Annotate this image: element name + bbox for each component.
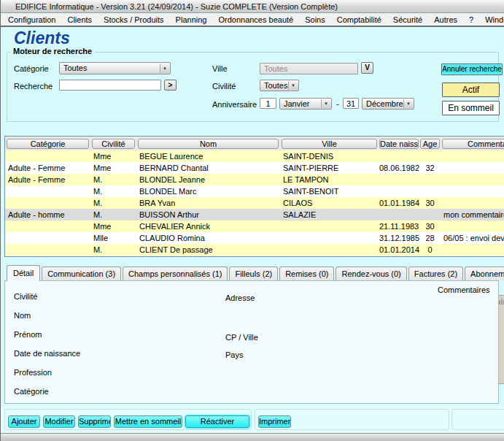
tab-rendez-vous[interactable]: Rendez-vous (0) [336,266,406,280]
cell-nom: CLIENT De passage [136,244,280,256]
table-row-selected[interactable]: Adulte - homme M. BUISSON Arthur SALAZIE… [5,209,504,220]
cell-ville: SALAZIE [280,209,379,220]
cell-commentaire [441,197,504,209]
table-row[interactable]: Mme CHEVALIER Annick 21.11.1983 30 [5,220,504,232]
cell-date-naiss: 08.06.1982 [379,162,419,174]
ville-input: Toutes [260,63,358,74]
ville-label: Ville [212,64,228,73]
cell-age: 32 [419,162,441,174]
tab-factures[interactable]: Factures (2) [408,266,463,280]
anniversaire-month-from-select[interactable]: Janvier ▼ [279,98,332,110]
imprimer-button[interactable]: Imprimer [258,415,291,428]
cell-civilite: M. [90,244,136,256]
table-row[interactable]: Mme BEGUE Laurence SAINT-DENIS [5,150,504,162]
en-sommeil-button[interactable]: En sommeil [442,101,500,115]
menu-securite[interactable]: Sécurité [387,15,428,25]
menu-separator [1,26,504,27]
actif-button[interactable]: Actif [442,83,500,97]
tab-detail[interactable]: Détail [7,265,40,281]
menu-planning[interactable]: Planning [170,15,213,25]
cell-categorie [5,197,90,209]
month-to-selected-value: Décembre [366,99,403,108]
anniversaire-month-to-select[interactable]: Décembre ▼ [362,98,414,110]
detail-naissance-label: Date de naissance [14,349,80,358]
month-from-selected-value: Janvier [284,99,309,108]
annuler-recherche-button[interactable]: Annuler recherche [441,64,503,75]
cell-categorie: Adulte - homme [5,209,90,220]
cell-commentaire: mon commentaire. [441,209,504,220]
cell-civilite: M. [90,174,136,185]
categorie-select[interactable]: Toutes ▼ [59,62,171,74]
column-header-categorie[interactable]: Catégorie [7,139,89,149]
cell-nom: BERNARD Chantal [136,162,280,174]
menu-ordonnances-beaute[interactable]: Ordonnances beauté [212,15,299,25]
cell-ville [280,220,379,232]
column-header-date-naiss[interactable]: Date naiss. [379,139,419,149]
column-header-civilite[interactable]: Civilité [92,139,135,149]
table-row[interactable]: M. CLIENT De passage 01.01.2014 0 [5,244,504,256]
civilite-selected-value: Toutes [264,81,287,90]
column-header-nom[interactable]: Nom [138,139,279,149]
supprimer-button[interactable]: Supprimer [78,415,111,428]
cell-age [419,209,441,220]
table-row[interactable]: Adulte - Femme M. BLONDEL Jeanne LE TAMP… [5,174,504,185]
civilite-label: Civilité [212,82,236,91]
table-row[interactable]: Mlle CLAUDIO Romina 31.12.1985 28 06/05 … [5,232,504,244]
column-header-age[interactable]: Age [420,139,440,149]
detail-categorie-label: Catégorie [14,387,49,396]
recherche-input[interactable] [59,80,161,91]
cell-categorie [5,232,90,244]
cell-ville: SAINT-DENIS [280,150,379,162]
menu-configuration[interactable]: Configuration [2,15,61,25]
table-row[interactable]: M. BRA Yvan CILAOS 01.01.1984 30 [5,197,504,209]
recherche-go-button[interactable]: > [164,80,177,91]
cell-nom: BLONDEL Marc [136,185,280,197]
table-row[interactable]: M. BLONDEL Marc SAINT-BENOIT [5,185,504,197]
cell-categorie [5,220,90,232]
column-header-ville[interactable]: Ville [282,139,377,149]
cell-categorie [5,244,90,256]
ajouter-button[interactable]: Ajouter [8,415,40,428]
tab-remises[interactable]: Remises (0) [279,266,334,280]
commentaires-label: Commentaires [438,285,490,294]
table-row[interactable]: Adulte - Femme Mme BERNARD Chantal SAINT… [5,162,504,174]
anniversaire-day-to-input[interactable] [343,98,359,109]
tab-communication[interactable]: Communication (3) [42,266,121,280]
chevron-down-icon: ▼ [288,81,298,90]
cell-commentaire [441,220,504,232]
window-title: EDIFICE Informatique - Version 3.21 (24/… [15,2,338,11]
tab-filleuls[interactable]: Filleuls (2) [229,266,278,280]
menu-stocks-produits[interactable]: Stocks / Produits [98,15,170,25]
reactiver-button[interactable]: Réactiver [185,415,249,428]
chevron-down-icon: ▼ [403,99,413,108]
menu-autres[interactable]: Autres [428,15,463,25]
application-window: EDIFICE Informatique - Version 3.21 (24/… [0,0,504,441]
cell-ville [280,244,379,256]
cell-age [419,185,441,197]
chevron-down-icon: ▼ [160,64,169,73]
anniversaire-day-from-input[interactable] [260,98,276,109]
detail-adresse-label: Adresse [225,294,255,302]
menu-bar: Configuration Clients Stocks / Produits … [1,14,504,26]
cell-nom: BEGUE Laurence [136,150,280,162]
cell-categorie [5,150,90,162]
ville-picker-button[interactable]: V [361,62,373,74]
menu-window[interactable]: Window [479,15,504,25]
modifier-button[interactable]: Modifier [43,415,75,428]
menu-clients[interactable]: Clients [61,15,98,25]
mettre-en-sommeil-button[interactable]: Mettre en sommeil [114,415,182,428]
cell-date-naiss [379,150,419,162]
cell-ville: CILAOS [280,197,379,209]
detail-civilite-label: Civilité [14,292,37,301]
menu-soins[interactable]: Soins [299,15,331,25]
cell-age: 30 [419,220,441,232]
cell-civilite: M. [90,197,136,209]
cell-commentaire [441,174,504,185]
column-header-commentaire[interactable]: Commentaire [442,139,504,149]
civilite-select[interactable]: Toutes ▼ [260,80,299,91]
tab-champs-personnalises[interactable]: Champs personnalisés (1) [123,266,228,280]
tab-abonnements[interactable]: Abonnements (0) [465,266,504,280]
detail-profession-label: Profession [14,368,52,377]
menu-help[interactable]: ? [463,15,479,25]
menu-comptabilite[interactable]: Comptabilité [331,15,387,25]
